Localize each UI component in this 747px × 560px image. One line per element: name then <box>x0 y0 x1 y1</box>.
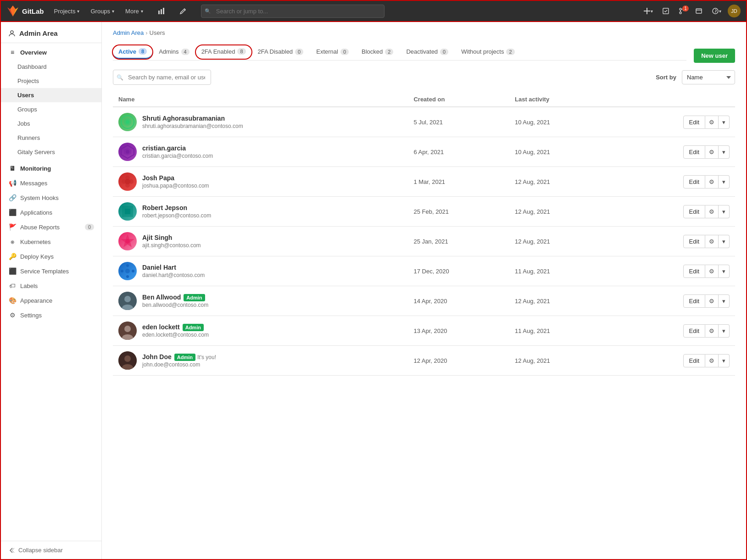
edit-button[interactable] <box>692 6 705 17</box>
user-name[interactable]: Ben AllwoodAdmin <box>142 294 208 301</box>
user-edit-button[interactable]: Edit <box>683 354 705 367</box>
new-item-button[interactable]: ▾ <box>641 6 656 17</box>
user-gear-button[interactable]: ⚙ <box>705 205 719 218</box>
user-name[interactable]: John DoeAdminIt's you! <box>142 353 216 360</box>
tab-blocked[interactable]: Blocked 2 <box>355 44 400 61</box>
svg-rect-8 <box>165 7 166 8</box>
user-edit-button[interactable]: Edit <box>683 175 705 189</box>
user-edit-button[interactable]: Edit <box>683 205 705 218</box>
user-name[interactable]: eden lockettAdmin <box>142 323 209 331</box>
gitlab-logo[interactable]: GitLab <box>6 5 44 17</box>
sidebar-item-monitoring[interactable]: 🖥 Monitoring <box>1 161 101 176</box>
main-inner: Admin Area › Users Active 8 Admins 4 <box>102 22 746 559</box>
navbar-search-input[interactable] <box>201 5 385 18</box>
sidebar-item-label: Kubernetes <box>20 238 51 245</box>
tab-deactivated[interactable]: Deactivated 0 <box>400 44 455 61</box>
user-name[interactable]: Robert Jepson <box>142 204 211 211</box>
user-dropdown-button[interactable]: ▾ <box>719 354 730 367</box>
tab-admins[interactable]: Admins 4 <box>152 44 195 61</box>
user-name[interactable]: Josh Papa <box>142 174 209 182</box>
tab-active[interactable]: Active 8 <box>113 45 152 59</box>
sort-select[interactable]: Name Created date Last activity Access l… <box>682 70 735 84</box>
user-gear-button[interactable]: ⚙ <box>705 116 719 129</box>
nav-stats[interactable] <box>153 4 171 18</box>
user-gear-button[interactable]: ⚙ <box>705 265 719 278</box>
nav-projects[interactable]: Projects ▾ <box>50 5 84 17</box>
user-name-cell: Robert Jepson robert.jepson@contoso.com <box>113 197 408 227</box>
nav-editor[interactable] <box>174 4 192 18</box>
user-edit-button[interactable]: Edit <box>683 235 705 248</box>
user-dropdown-button[interactable]: ▾ <box>719 235 730 248</box>
merge-requests-button[interactable]: 1 <box>676 6 689 17</box>
user-dropdown-button[interactable]: ▾ <box>719 294 730 308</box>
user-edit-button[interactable]: Edit <box>683 116 705 129</box>
user-dropdown-button[interactable]: ▾ <box>719 145 730 159</box>
user-edit-button[interactable]: Edit <box>683 324 705 338</box>
user-last-activity-date: 12 Aug, 2021 <box>515 298 550 305</box>
tab-2fa-disabled[interactable]: 2FA Disabled 0 <box>251 44 310 61</box>
tab-external[interactable]: External 0 <box>310 44 355 61</box>
user-search-input[interactable] <box>113 70 211 85</box>
tab-2fa-enabled[interactable]: 2FA Enabled 8 <box>196 45 251 59</box>
user-name[interactable]: cristian.garcia <box>142 144 213 152</box>
user-name[interactable]: Ajit Singh <box>142 234 201 241</box>
nav-groups[interactable]: Groups ▾ <box>86 5 119 17</box>
user-gear-button[interactable]: ⚙ <box>705 175 719 189</box>
sidebar-item-kubernetes[interactable]: ⎈ Kubernetes <box>1 234 101 249</box>
user-edit-button[interactable]: Edit <box>683 145 705 159</box>
user-edit-button[interactable]: Edit <box>683 294 705 308</box>
user-email: john.doe@contoso.com <box>142 361 216 368</box>
breadcrumb-parent-link[interactable]: Admin Area <box>113 29 144 36</box>
user-dropdown-button[interactable]: ▾ <box>719 324 730 338</box>
user-name[interactable]: Daniel Hart <box>142 264 205 271</box>
table-row: Robert Jepson robert.jepson@contoso.com … <box>113 197 735 227</box>
user-last-activity-date: 10 Aug, 2021 <box>515 119 550 126</box>
user-last-activity-date: 12 Aug, 2021 <box>515 357 550 364</box>
table-row: Ajit Singh ajit.singh@contoso.com 25 Jan… <box>113 227 735 256</box>
user-gear-button[interactable]: ⚙ <box>705 354 719 367</box>
sidebar-item-appearance[interactable]: 🎨 Appearance <box>1 293 101 308</box>
collapse-sidebar-button[interactable]: Collapse sidebar <box>1 541 101 559</box>
sidebar-item-messages[interactable]: 📢 Messages <box>1 176 101 190</box>
user-email: ben.allwood@contoso.com <box>142 302 208 308</box>
sidebar-item-deploy-keys[interactable]: 🔑 Deploy Keys <box>1 249 101 264</box>
sidebar-item-groups[interactable]: Groups <box>1 102 101 116</box>
nav-more[interactable]: More ▾ <box>121 5 148 17</box>
user-gear-button[interactable]: ⚙ <box>705 324 719 338</box>
user-dropdown-button[interactable]: ▾ <box>719 175 730 189</box>
sidebar-item-labels[interactable]: 🏷 Labels <box>1 278 101 293</box>
new-user-button[interactable]: New user <box>694 49 735 63</box>
svg-point-42 <box>121 270 123 272</box>
user-created-cell: 17 Dec, 2020 <box>408 256 509 286</box>
user-name[interactable]: Shruti Aghorasubramanian <box>142 115 243 122</box>
user-gear-button[interactable]: ⚙ <box>705 235 719 248</box>
sidebar-item-system-hooks[interactable]: 🔗 System Hooks <box>1 190 101 205</box>
sidebar-item-dashboard[interactable]: Dashboard <box>1 60 101 74</box>
user-gear-button[interactable]: ⚙ <box>705 294 719 308</box>
sidebar-item-gitaly-servers[interactable]: Gitaly Servers <box>1 145 101 159</box>
sidebar-item-projects[interactable]: Projects <box>1 74 101 88</box>
help-button[interactable]: ▾ <box>709 6 724 17</box>
user-edit-button[interactable]: Edit <box>683 265 705 278</box>
user-gear-button[interactable]: ⚙ <box>705 145 719 159</box>
user-avatar-navbar[interactable]: JD <box>728 5 741 17</box>
user-created-cell: 12 Apr, 2020 <box>408 346 509 376</box>
sidebar-item-runners[interactable]: Runners <box>1 131 101 145</box>
svg-rect-7 <box>163 8 164 14</box>
user-dropdown-button[interactable]: ▾ <box>719 205 730 218</box>
user-dropdown-button[interactable]: ▾ <box>719 116 730 129</box>
tab-without-projects[interactable]: Without projects 2 <box>455 44 521 61</box>
sidebar-item-overview[interactable]: ≡ Overview <box>1 43 101 60</box>
sidebar-item-abuse-reports[interactable]: 🚩 Abuse Reports 0 <box>1 220 101 234</box>
sidebar-item-service-templates[interactable]: ⬛ Service Templates <box>1 264 101 278</box>
sidebar-item-applications[interactable]: ⬛ Applications <box>1 205 101 220</box>
col-actions <box>610 92 735 107</box>
sidebar-item-settings[interactable]: ⚙ Settings <box>1 308 101 322</box>
sidebar-item-users[interactable]: Users <box>1 88 101 102</box>
sidebar-item-jobs[interactable]: Jobs <box>1 116 101 131</box>
applications-icon: ⬛ <box>8 209 17 216</box>
todo-button[interactable] <box>659 6 672 17</box>
chevron-down-icon: ▾ <box>112 9 114 14</box>
tab-without-projects-label: Without projects <box>461 48 504 55</box>
user-dropdown-button[interactable]: ▾ <box>719 265 730 278</box>
